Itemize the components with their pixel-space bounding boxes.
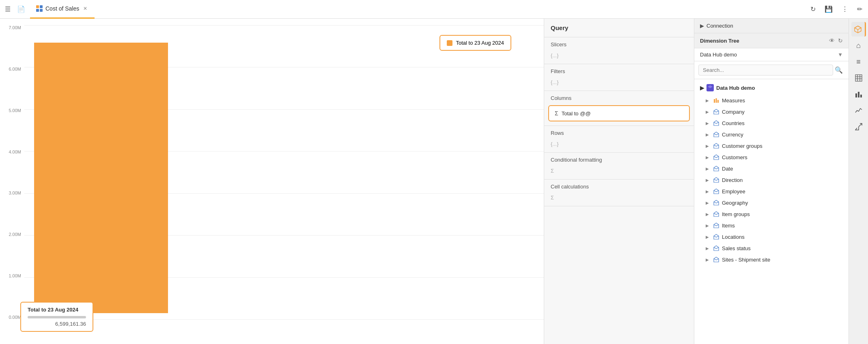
- right-sidebar: ⌂ ≡: [849, 19, 868, 344]
- conditional-body[interactable]: Σ: [544, 164, 694, 179]
- tree-item-label: Measures: [722, 97, 745, 104]
- y-label-4: 4.00M: [0, 149, 24, 154]
- y-label-5: 5.00M: [0, 108, 24, 113]
- dim-panel-title: Dimension Tree: [700, 38, 739, 44]
- cell-calc-body[interactable]: Σ: [544, 191, 694, 206]
- svg-rect-12: [855, 75, 862, 81]
- dimension-panel: ▶ Connection Dimension Tree 👁 ↻ Data Hub…: [694, 19, 849, 344]
- expand-icon[interactable]: ▶: [706, 189, 711, 194]
- menu-icon[interactable]: ☰: [3, 4, 12, 15]
- tab-close-button[interactable]: ✕: [82, 5, 89, 12]
- filters-body[interactable]: {...}: [544, 76, 694, 91]
- search-bar: 🔍: [694, 61, 849, 79]
- expand-icon[interactable]: ▶: [706, 212, 711, 216]
- tree-item-countries[interactable]: ▶ Countries: [694, 117, 849, 129]
- conditional-placeholder: Σ: [551, 168, 554, 174]
- tree-item-locations[interactable]: ▶ Locations: [694, 231, 849, 242]
- chart-bar[interactable]: [34, 43, 168, 313]
- tree-item-measures[interactable]: ▶ Measures: [694, 95, 849, 106]
- dim-dropdown-label: Data Hub demo: [700, 52, 737, 58]
- more-button[interactable]: ⋮: [839, 4, 851, 15]
- bar-chart: [34, 25, 534, 317]
- tree-item-items[interactable]: ▶ Items: [694, 220, 849, 231]
- tree-item-sites[interactable]: ▶ Sites - Shipment site: [694, 254, 849, 265]
- tree-list: ▶ Data Hub demo ▶: [694, 79, 849, 344]
- dim-icon: [713, 256, 719, 263]
- tree-item-company[interactable]: ▶ Company: [694, 106, 849, 117]
- tree-item-direction[interactable]: ▶ Direction: [694, 174, 849, 186]
- expand-icon[interactable]: ▶: [706, 178, 711, 182]
- rows-placeholder: {...}: [551, 141, 559, 147]
- expand-icon[interactable]: ▶: [706, 167, 711, 171]
- expand-icon[interactable]: ▶: [706, 223, 711, 228]
- slicers-body[interactable]: {...}: [544, 49, 694, 64]
- tree-item-item-groups[interactable]: ▶ Item groups: [694, 208, 849, 220]
- doc-icon[interactable]: 📄: [15, 4, 27, 15]
- svg-rect-3: [40, 9, 43, 12]
- bar-chart-icon[interactable]: [851, 87, 866, 102]
- line-chart-icon[interactable]: [851, 103, 866, 118]
- tab-cost-of-sales[interactable]: Cost of Sales ✕: [30, 0, 95, 19]
- columns-section: Columns Σ Total to @@: [544, 91, 694, 126]
- dim-icon: [713, 154, 719, 160]
- expand-icon[interactable]: ▶: [706, 155, 711, 160]
- expand-icon[interactable]: ▶: [706, 132, 711, 137]
- dim-icon: [713, 131, 719, 138]
- expand-icon[interactable]: ▶: [706, 121, 711, 125]
- save-button[interactable]: 💾: [822, 4, 835, 15]
- connection-label: Connection: [706, 23, 733, 29]
- export-icon[interactable]: [851, 119, 866, 134]
- home-icon[interactable]: ⌂: [851, 38, 866, 53]
- list-icon[interactable]: ≡: [851, 54, 866, 69]
- tree-item-sales-status[interactable]: ▶ Sales status: [694, 242, 849, 254]
- tree-item-geography[interactable]: ▶ Geography: [694, 197, 849, 208]
- expand-icon[interactable]: ▶: [706, 257, 711, 262]
- tree-item-label: Items: [722, 223, 735, 229]
- expand-icon[interactable]: ▶: [706, 98, 711, 103]
- conditional-section: Conditional formatting Σ: [544, 153, 694, 180]
- expand-icon[interactable]: ▶: [706, 235, 711, 239]
- expand-icon[interactable]: ▶: [706, 246, 711, 251]
- cube-icon[interactable]: [851, 22, 866, 37]
- columns-body[interactable]: Σ Total to @@: [548, 105, 690, 121]
- rows-label: Rows: [544, 126, 694, 138]
- dim-panel-header: Dimension Tree 👁 ↻: [694, 33, 849, 48]
- measures-icon: [713, 97, 719, 104]
- refresh-button[interactable]: ↻: [808, 4, 818, 15]
- tree-item-label: Direction: [722, 177, 743, 183]
- cell-calc-placeholder: Σ: [551, 195, 554, 201]
- y-label-7: 7.00M: [0, 25, 24, 30]
- tree-item-currency[interactable]: ▶ Currency: [694, 129, 849, 140]
- expand-icon[interactable]: ▶: [706, 110, 711, 114]
- tree-item-customers[interactable]: ▶ Customers: [694, 151, 849, 163]
- dim-panel-title-text: Dimension Tree: [700, 38, 739, 44]
- dim-icon: [713, 188, 719, 195]
- legend-label: Total to 23 Aug 2024: [456, 40, 504, 46]
- tooltip-title: Total to 23 Aug 2024: [28, 307, 86, 313]
- search-input[interactable]: [698, 65, 833, 76]
- reload-icon[interactable]: ↻: [838, 37, 843, 44]
- tree-root-expand[interactable]: ▶: [700, 85, 704, 91]
- edit-button[interactable]: ✏: [855, 4, 865, 15]
- tab-grid-icon: [36, 5, 43, 12]
- search-icon[interactable]: 🔍: [833, 65, 844, 76]
- dim-icon: [713, 143, 719, 149]
- tree-item-date[interactable]: ▶ Date: [694, 163, 849, 174]
- connection-expand-icon[interactable]: ▶: [700, 23, 704, 29]
- expand-icon[interactable]: ▶: [706, 144, 711, 148]
- cell-calc-section: Cell calculations Σ: [544, 180, 694, 206]
- rows-body[interactable]: {...}: [544, 138, 694, 152]
- title-bar-right: ↻ 💾 ⋮ ✏: [808, 4, 865, 15]
- columns-label: Columns: [544, 91, 694, 103]
- hide-icon[interactable]: 👁: [829, 37, 835, 44]
- dim-dropdown[interactable]: Data Hub demo ▼: [694, 48, 849, 61]
- tree-item-label: Date: [722, 166, 733, 172]
- tree-item-customer-groups[interactable]: ▶ Customer groups: [694, 140, 849, 151]
- slicers-label: Slicers: [544, 37, 694, 49]
- tree-root-node[interactable]: ▶ Data Hub demo: [694, 81, 849, 95]
- tree-item-employee[interactable]: ▶ Employee: [694, 186, 849, 197]
- query-header: Query: [544, 19, 694, 37]
- expand-icon[interactable]: ▶: [706, 201, 711, 205]
- table-icon[interactable]: [851, 71, 866, 85]
- svg-rect-19: [860, 95, 862, 97]
